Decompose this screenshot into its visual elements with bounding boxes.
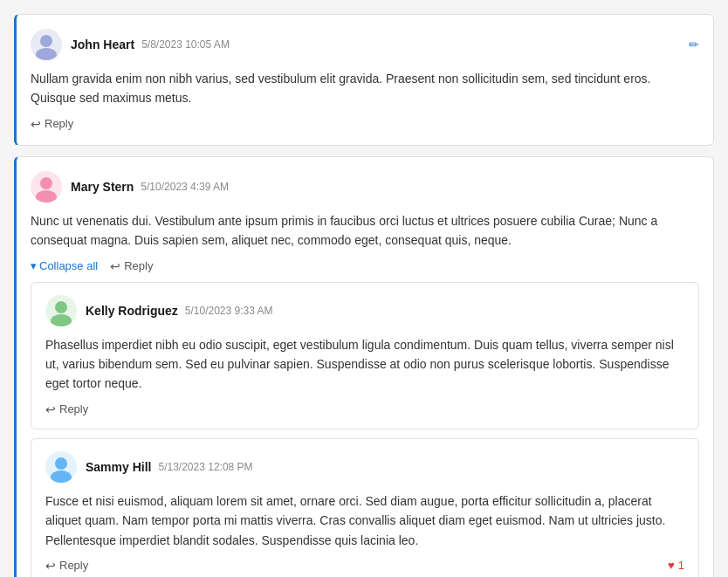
reply-kelly: Kelly Rodriguez 5/10/2023 9:33 AM Phasel… [31, 282, 699, 429]
svg-point-7 [51, 471, 72, 483]
heart-icon-sammy: ♥ [668, 559, 675, 572]
reply-arrow-icon-mary: ↩ [110, 259, 120, 273]
comment-header-sammy: Sammy Hill 5/13/2023 12:08 PM [45, 451, 684, 483]
author-mary: Mary Stern [71, 180, 134, 194]
body-sammy: Fusce et nisi euismod, aliquam lorem sit… [45, 491, 684, 550]
timestamp-sammy: 5/13/2023 12:08 PM [158, 461, 252, 473]
timestamp-kelly: 5/10/2023 9:33 AM [185, 305, 273, 317]
actions-sammy: ↩ Reply ♥ 1 [45, 559, 684, 573]
reply-label-john: Reply [45, 117, 73, 130]
comment-header-mary: Mary Stern 5/10/2023 4:39 AM [31, 171, 699, 203]
timestamp-john: 5/8/2023 10:05 AM [141, 38, 230, 51]
reply-button-mary[interactable]: ↩ Reply [110, 259, 153, 273]
reply-sammy: Sammy Hill 5/13/2023 12:08 PM Fusce et n… [31, 438, 699, 577]
reply-arrow-icon-sammy: ↩ [45, 559, 56, 573]
svg-point-5 [51, 314, 72, 326]
collapse-arrow-icon: ▾ [31, 259, 37, 272]
avatar-kelly [45, 295, 77, 326]
nested-comments-mary: Kelly Rodriguez 5/10/2023 9:33 AM Phasel… [31, 282, 699, 577]
svg-point-3 [36, 190, 57, 203]
avatar-sammy [45, 451, 77, 483]
reply-button-kelly[interactable]: ↩ Reply [45, 402, 88, 416]
actions-mary: ▾ Collapse all ↩ Reply [31, 259, 699, 273]
body-john: Nullam gravida enim non nibh varius, sed… [31, 69, 699, 108]
collapse-label-mary: Collapse all [39, 259, 98, 272]
collapse-button-mary[interactable]: ▾ Collapse all [31, 259, 98, 272]
author-sammy: Sammy Hill [86, 460, 151, 474]
svg-point-0 [40, 35, 52, 47]
svg-point-6 [55, 457, 67, 470]
heart-reaction-sammy: ♥ 1 [668, 559, 684, 572]
actions-kelly: ↩ Reply [45, 402, 684, 416]
reply-label-mary: Reply [124, 259, 153, 272]
actions-john: ↩ Reply [31, 117, 699, 131]
comment-john: John Heart 5/8/2023 10:05 AM ✏ Nullam gr… [14, 14, 714, 146]
reply-label-sammy: Reply [59, 559, 88, 572]
reply-arrow-icon: ↩ [31, 117, 41, 131]
author-kelly: Kelly Rodriguez [86, 304, 178, 318]
reply-label-kelly: Reply [59, 402, 88, 416]
avatar-john [31, 29, 62, 60]
reply-arrow-icon-kelly: ↩ [45, 402, 56, 416]
author-john: John Heart [71, 38, 134, 52]
heart-count-sammy: 1 [678, 559, 684, 572]
svg-point-1 [36, 48, 57, 60]
edit-icon-john[interactable]: ✏ [689, 38, 699, 52]
body-mary: Nunc ut venenatis dui. Vestibulum ante i… [31, 211, 699, 251]
svg-point-2 [40, 177, 52, 189]
comment-header-john: John Heart 5/8/2023 10:05 AM ✏ [31, 29, 699, 60]
comment-header-kelly: Kelly Rodriguez 5/10/2023 9:33 AM [45, 295, 684, 326]
timestamp-mary: 5/10/2023 4:39 AM [141, 181, 229, 193]
svg-point-4 [55, 301, 67, 313]
body-kelly: Phasellus imperdiet nibh eu odio suscipi… [45, 335, 684, 394]
comment-mary: Mary Stern 5/10/2023 4:39 AM Nunc ut ven… [14, 156, 714, 577]
avatar-mary [31, 171, 62, 203]
reply-button-sammy[interactable]: ↩ Reply [45, 559, 88, 573]
reply-button-john[interactable]: ↩ Reply [31, 117, 73, 131]
